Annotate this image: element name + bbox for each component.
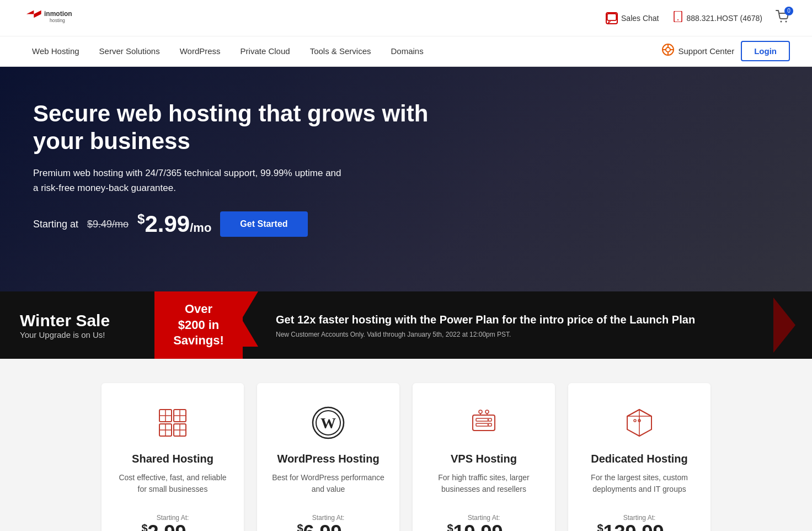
winter-sale-banner: Winter Sale Your Upgrade is on Us! Over … xyxy=(0,291,812,359)
vps-hosting-card: VPS Hosting For high traffic sites, larg… xyxy=(413,383,555,531)
winter-sale-badge-line2: $200 in xyxy=(170,317,227,333)
svg-marker-13 xyxy=(773,298,795,353)
phone-area: 888.321.HOST (4678) xyxy=(672,11,763,25)
support-center-link[interactable]: Support Center xyxy=(661,43,734,60)
login-button[interactable]: Login xyxy=(741,41,790,61)
winter-sale-right: Get 12x faster hosting with the Power Pl… xyxy=(243,301,773,349)
svg-point-43 xyxy=(634,420,636,422)
hero-price-area: Starting at $9.49/mo $2.99/mo Get Starte… xyxy=(33,211,430,237)
svg-point-4 xyxy=(677,19,679,20)
wordpress-price: $6.99/mo xyxy=(297,523,359,531)
hero-section: Secure web hosting that grows with your … xyxy=(0,67,812,291)
nav-domains[interactable]: Domains xyxy=(381,36,434,66)
winter-sale-badge-line1: Over xyxy=(170,301,227,317)
svg-line-42 xyxy=(639,410,651,416)
shared-starting-at: Starting At: xyxy=(157,514,189,522)
hero-headline: Secure web hosting that grows with your … xyxy=(33,100,430,156)
vps-starting-at: Starting At: xyxy=(468,514,500,522)
nav-private-cloud[interactable]: Private Cloud xyxy=(231,36,300,66)
winter-sale-title: Winter Sale xyxy=(20,311,135,330)
phone-number: 888.321.HOST (4678) xyxy=(687,14,763,23)
svg-text:W: W xyxy=(320,415,336,432)
dedicated-starting-at: Starting At: xyxy=(623,514,656,522)
wordpress-price-dollar: $ xyxy=(297,522,303,531)
dedicated-hosting-icon xyxy=(619,403,659,443)
nav-right: Support Center Login xyxy=(661,41,790,61)
wordpress-starting-at: Starting At: xyxy=(312,514,345,522)
hero-old-price: $9.49/mo xyxy=(87,219,129,230)
nav-server-solutions[interactable]: Server Solutions xyxy=(89,36,170,66)
svg-rect-30 xyxy=(476,418,492,421)
nav-web-hosting[interactable]: Web Hosting xyxy=(22,36,89,66)
nav-wordpress[interactable]: WordPress xyxy=(170,36,231,66)
svg-text:inmotion: inmotion xyxy=(44,10,72,18)
wordpress-hosting-title: WordPress Hosting xyxy=(277,453,379,465)
hero-subheadline: Premium web hosting with 24/7/365 techni… xyxy=(33,166,342,195)
shared-hosting-title: Shared Hosting xyxy=(132,453,213,465)
dedicated-hosting-desc: For the largest sites, custom deployment… xyxy=(581,472,697,501)
hosting-cards-section: Shared Hosting Cost effective, fast, and… xyxy=(0,359,812,531)
svg-point-33 xyxy=(488,424,489,426)
get-started-button[interactable]: Get Started xyxy=(220,211,307,237)
support-icon xyxy=(661,43,675,60)
vps-price: $19.99/mo xyxy=(447,523,520,531)
svg-line-41 xyxy=(627,410,639,416)
dedicated-price-dollar: $ xyxy=(597,522,603,531)
hero-content: Secure web hosting that grows with your … xyxy=(33,100,430,237)
svg-point-34 xyxy=(479,410,482,413)
main-nav: Web Hosting Server Solutions WordPress P… xyxy=(0,36,812,67)
wordpress-price-amount: 6.99 xyxy=(303,521,342,531)
hero-price-dollar: $ xyxy=(137,211,145,226)
shared-hosting-icon xyxy=(153,403,193,443)
support-center-label: Support Center xyxy=(678,46,734,56)
vps-hosting-title: VPS Hosting xyxy=(451,453,517,465)
vps-hosting-desc: For high traffic sites, larger businesse… xyxy=(426,472,542,501)
winter-sale-badge: Over $200 in Savings! xyxy=(154,291,243,359)
dedicated-price: $139.99/mo xyxy=(597,523,681,531)
winter-sale-badge-line3: Savings! xyxy=(170,333,227,349)
inmotion-logo: inmotion hosting xyxy=(22,4,88,29)
sales-chat-label: Sales Chat xyxy=(621,14,659,23)
hero-price-amount: 2.99 xyxy=(145,211,190,237)
wordpress-hosting-icon: W xyxy=(308,403,348,443)
shared-price-amount: 2.99 xyxy=(148,521,186,531)
vps-hosting-icon xyxy=(464,403,504,443)
chat-icon xyxy=(606,12,618,24)
hero-new-price: $2.99/mo xyxy=(137,211,211,237)
svg-point-32 xyxy=(488,419,489,421)
shared-price: $2.99/mo xyxy=(141,523,204,531)
sales-chat-link[interactable]: Sales Chat xyxy=(606,12,659,24)
vps-price-amount: 19.99 xyxy=(453,521,503,531)
shared-hosting-desc: Cost effective, fast, and reliable for s… xyxy=(115,472,231,501)
nav-items: Web Hosting Server Solutions WordPress P… xyxy=(22,36,661,66)
winter-sale-left: Winter Sale Your Upgrade is on Us! xyxy=(0,298,154,353)
wordpress-hosting-desc: Best for WordPress performance and value xyxy=(270,472,386,501)
cart-count: 0 xyxy=(784,7,793,15)
dedicated-price-amount: 139.99 xyxy=(603,521,664,531)
winter-sale-subtitle: Your Upgrade is on Us! xyxy=(20,330,135,339)
svg-rect-3 xyxy=(607,13,616,20)
cart-area[interactable]: 0 xyxy=(776,10,790,26)
shared-price-dollar: $ xyxy=(141,522,147,531)
logo-area: inmotion hosting xyxy=(22,4,88,31)
winter-sale-chevron xyxy=(773,298,806,353)
svg-marker-0 xyxy=(26,10,41,18)
svg-rect-29 xyxy=(473,415,495,431)
vps-price-dollar: $ xyxy=(447,522,453,531)
svg-point-6 xyxy=(786,20,787,22)
winter-sale-fine-print: New Customer Accounts Only. Valid throug… xyxy=(276,331,740,338)
header-top: inmotion hosting Sales Chat 888.321.HOST… xyxy=(0,0,812,36)
svg-point-5 xyxy=(781,20,782,22)
phone-icon xyxy=(672,11,683,25)
hero-price-unit: /mo xyxy=(190,221,211,235)
svg-text:hosting: hosting xyxy=(50,18,65,23)
nav-tools-services[interactable]: Tools & Services xyxy=(300,36,381,66)
dedicated-hosting-card: Dedicated Hosting For the largest sites,… xyxy=(568,383,710,531)
winter-sale-promo-title: Get 12x faster hosting with the Power Pl… xyxy=(276,312,740,327)
hero-starting-at: Starting at xyxy=(33,219,78,230)
shared-hosting-card: Shared Hosting Cost effective, fast, and… xyxy=(101,383,244,531)
wordpress-hosting-card: W WordPress Hosting Best for WordPress p… xyxy=(257,383,399,531)
svg-point-8 xyxy=(666,47,670,52)
svg-rect-31 xyxy=(476,423,492,426)
svg-point-35 xyxy=(485,410,489,413)
